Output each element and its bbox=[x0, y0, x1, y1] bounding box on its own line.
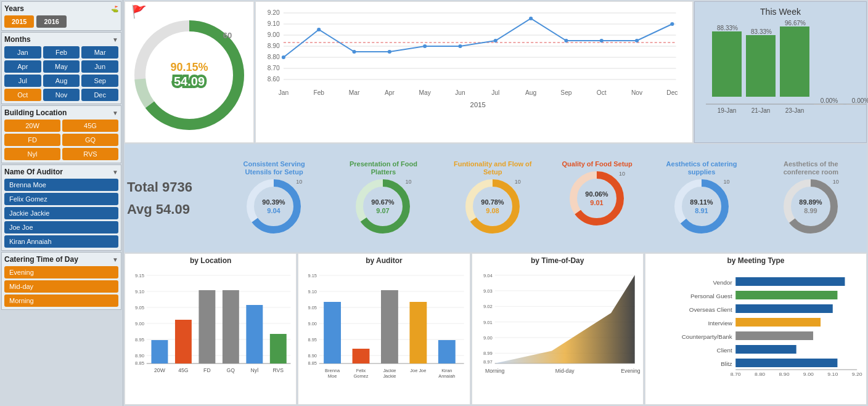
svg-text:89.89%: 89.89% bbox=[799, 198, 822, 206]
svg-rect-126 bbox=[353, 349, 370, 363]
svg-text:Counterparty/Bank: Counterparty/Bank bbox=[682, 333, 732, 339]
year-2016-button[interactable]: 2016 bbox=[36, 15, 66, 28]
month-apr[interactable]: Apr bbox=[4, 60, 41, 73]
location-grid: 20W 45G FD GQ Nyl RVS bbox=[4, 120, 118, 160]
totals-area: Total 9736 Avg 54.09 bbox=[127, 179, 219, 217]
svg-text:8.80: 8.80 bbox=[268, 54, 280, 60]
svg-text:Overseas Client: Overseas Client bbox=[689, 306, 732, 312]
metric-5-donut: 89.11% 8.91 bbox=[673, 177, 731, 236]
metric-5: Aesthetics of catering supplies 89.11% 8… bbox=[661, 160, 742, 236]
svg-text:8.80: 8.80 bbox=[755, 371, 765, 377]
auditor-jackie[interactable]: Jackie Jackie bbox=[4, 207, 118, 219]
metric-4-donut: 90.06% 9.01 bbox=[568, 169, 626, 228]
by-meeting-svg: Vendor Personal Guest Overseas Client In… bbox=[648, 266, 864, 383]
svg-text:Moe: Moe bbox=[328, 373, 337, 379]
metric-2: Presentation of Food Platters 90.67% 9.0… bbox=[343, 160, 424, 236]
month-grid: Jan Feb Mar Apr May Jun Jul Aug Sep Oct … bbox=[4, 46, 118, 101]
metric-3-donut: 90.78% 9.08 bbox=[464, 177, 522, 236]
svg-text:Blitz: Blitz bbox=[721, 360, 732, 367]
tod-evening[interactable]: Evening bbox=[4, 266, 118, 278]
auditor-felix[interactable]: Felix Gomez bbox=[4, 193, 118, 205]
month-oct[interactable]: Oct bbox=[4, 89, 41, 101]
svg-text:89.11%: 89.11% bbox=[690, 198, 713, 206]
main-donut-area: 90.15% 54.09 60 🚩 bbox=[125, 1, 254, 143]
auditor-list: Brenna Moe Felix Gomez Jackie Jackie Joe… bbox=[4, 179, 118, 248]
svg-text:8.91: 8.91 bbox=[695, 207, 708, 214]
auditor-filter-icon[interactable]: ▼ bbox=[112, 169, 118, 176]
metric-1-title: Consistent Serving Utensils for Setup bbox=[234, 160, 314, 176]
by-meeting-title: by Meeting Type bbox=[648, 256, 864, 265]
tod-midday[interactable]: Mid-day bbox=[4, 280, 118, 293]
svg-text:8.70: 8.70 bbox=[731, 371, 741, 377]
tod-morning[interactable]: Morning bbox=[4, 294, 118, 307]
metric-1-donut: 90.39% 9.04 bbox=[245, 177, 303, 236]
svg-point-26 bbox=[458, 44, 462, 48]
svg-text:8.90: 8.90 bbox=[779, 371, 789, 377]
svg-text:Mid-day: Mid-day bbox=[555, 368, 574, 374]
svg-rect-99 bbox=[151, 340, 168, 363]
location-fd[interactable]: FD bbox=[4, 134, 60, 146]
month-may[interactable]: May bbox=[43, 60, 80, 73]
location-45g[interactable]: 45G bbox=[62, 120, 118, 132]
svg-point-28 bbox=[529, 17, 533, 20]
svg-text:9.03: 9.03 bbox=[483, 288, 492, 294]
tod-filter-icon[interactable]: ▼ bbox=[112, 256, 118, 263]
month-aug[interactable]: Aug bbox=[43, 75, 80, 87]
svg-text:9.05: 9.05 bbox=[135, 305, 145, 311]
year-2015-button[interactable]: 2015 bbox=[4, 15, 34, 28]
month-nov[interactable]: Nov bbox=[43, 89, 80, 101]
location-rvs[interactable]: RVS bbox=[62, 148, 118, 160]
month-feb[interactable]: Feb bbox=[43, 46, 80, 59]
metric-cards: Consistent Serving Utensils for Setup 90… bbox=[221, 160, 864, 236]
svg-text:Brenna: Brenna bbox=[325, 368, 340, 373]
metric-3-title: Funtionality and Flow of Setup bbox=[452, 160, 533, 176]
years-title: Years ⛳ bbox=[4, 4, 118, 13]
total-value: Total 9736 bbox=[127, 179, 219, 195]
auditor-brenna[interactable]: Brenna Moe bbox=[4, 179, 118, 191]
month-sep[interactable]: Sep bbox=[81, 75, 118, 87]
svg-rect-49 bbox=[746, 35, 776, 97]
svg-text:20W: 20W bbox=[154, 367, 165, 373]
svg-text:90.39%: 90.39% bbox=[262, 198, 285, 206]
svg-text:Feb: Feb bbox=[313, 89, 324, 96]
location-nyl[interactable]: Nyl bbox=[4, 148, 60, 160]
svg-rect-103 bbox=[246, 305, 263, 363]
svg-text:0.00%: 0.00% bbox=[821, 97, 838, 104]
svg-text:8.97: 8.97 bbox=[483, 359, 492, 365]
svg-text:8.90: 8.90 bbox=[308, 353, 317, 359]
month-jan[interactable]: Jan bbox=[4, 46, 41, 59]
month-jun[interactable]: Jun bbox=[81, 60, 118, 73]
months-filter-icon[interactable]: ▼ bbox=[112, 36, 118, 43]
svg-text:45G: 45G bbox=[178, 367, 188, 373]
svg-text:9.05: 9.05 bbox=[308, 305, 317, 311]
svg-rect-102 bbox=[223, 290, 239, 363]
month-dec[interactable]: Dec bbox=[81, 89, 118, 101]
svg-point-31 bbox=[635, 39, 639, 43]
svg-text:May: May bbox=[419, 89, 431, 96]
month-jul[interactable]: Jul bbox=[4, 75, 41, 87]
svg-text:9.15: 9.15 bbox=[308, 273, 317, 278]
svg-text:2015: 2015 bbox=[470, 101, 486, 108]
years-section: Years ⛳ 2015 2016 bbox=[1, 1, 121, 31]
svg-text:9.20: 9.20 bbox=[852, 371, 862, 377]
svg-text:FD: FD bbox=[203, 367, 211, 373]
location-20w[interactable]: 20W bbox=[4, 120, 60, 132]
location-gq[interactable]: GQ bbox=[62, 134, 118, 146]
svg-point-30 bbox=[600, 39, 604, 43]
auditor-kiran[interactable]: Kiran Annaiah bbox=[4, 235, 118, 248]
svg-rect-170 bbox=[735, 359, 837, 367]
svg-text:9.02: 9.02 bbox=[483, 304, 492, 309]
flag-icon: 🚩 bbox=[131, 4, 147, 19]
svg-text:9.04: 9.04 bbox=[483, 272, 493, 278]
main-content: 90.15% 54.09 60 🚩 9.20 9.10 9.00 8.90 8.… bbox=[123, 0, 868, 406]
location-filter-icon[interactable]: ▼ bbox=[112, 110, 118, 116]
month-mar[interactable]: Mar bbox=[81, 46, 118, 59]
metric-1: Consistent Serving Utensils for Setup 90… bbox=[234, 160, 314, 236]
metric-4-title: Quality of Food Setup bbox=[562, 160, 632, 168]
years-filter-icon[interactable]: ⛳ bbox=[111, 6, 118, 12]
svg-text:9.15: 9.15 bbox=[135, 273, 145, 278]
auditor-joe[interactable]: Joe Joe bbox=[4, 221, 118, 233]
svg-text:Vendor: Vendor bbox=[713, 279, 732, 285]
svg-text:8.99: 8.99 bbox=[804, 207, 817, 214]
svg-text:8.60: 8.60 bbox=[268, 76, 280, 83]
